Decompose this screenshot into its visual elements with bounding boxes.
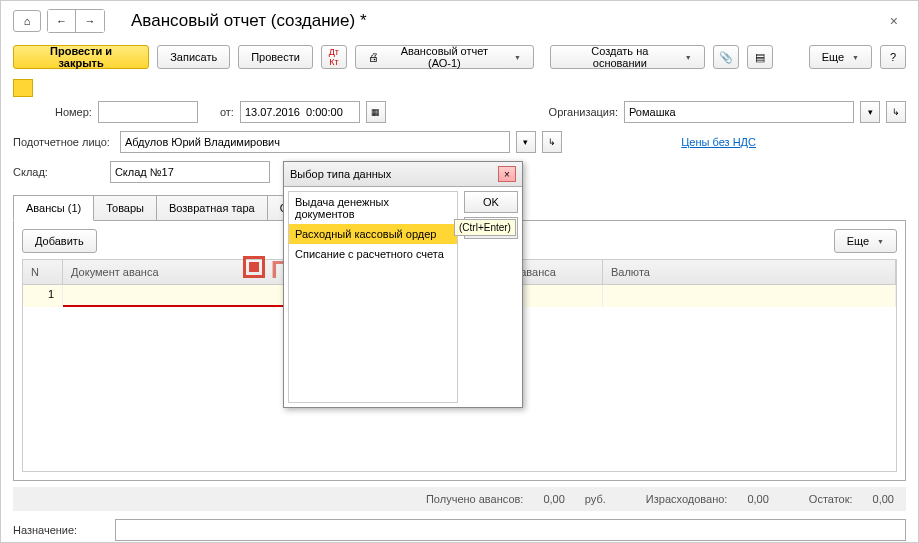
dialog-close-button[interactable]: ×: [498, 166, 516, 182]
person-input[interactable]: [120, 131, 510, 153]
add-row-button[interactable]: Добавить: [22, 229, 97, 253]
tab-advances[interactable]: Авансы (1): [13, 195, 94, 221]
purpose-label: Назначение:: [13, 524, 77, 536]
home-button[interactable]: ⌂: [13, 10, 41, 32]
purpose-input[interactable]: [115, 519, 906, 541]
date-label: от:: [220, 106, 234, 118]
page-title: Авансовый отчет (создание) *: [131, 11, 367, 31]
number-label: Номер:: [55, 106, 92, 118]
col-currency[interactable]: Валюта: [603, 260, 896, 284]
tab-goods[interactable]: Товары: [93, 195, 157, 220]
dk-icon: ДтКт: [329, 47, 339, 67]
create-based-button[interactable]: Создать на основании: [550, 45, 705, 69]
save-button[interactable]: Записать: [157, 45, 230, 69]
debit-credit-button[interactable]: ДтКт: [321, 45, 347, 69]
org-input[interactable]: [624, 101, 854, 123]
arrow-right-icon: →: [85, 15, 96, 27]
post-and-close-button[interactable]: Провести и закрыть: [13, 45, 149, 69]
post-button[interactable]: Провести: [238, 45, 313, 69]
org-label: Организация:: [549, 106, 618, 118]
arrow-left-icon: ←: [56, 15, 67, 27]
summary-bar: Получено авансов: 0,00 руб. Израсходован…: [13, 487, 906, 511]
cell-n: 1: [23, 285, 63, 307]
col-n[interactable]: N: [23, 260, 63, 284]
tab-more-button[interactable]: Еще: [834, 229, 897, 253]
org-select-button[interactable]: ▾: [860, 101, 880, 123]
list-item[interactable]: Выдача денежных документов: [289, 192, 457, 224]
doc-icon: ▤: [755, 51, 765, 64]
home-icon: ⌂: [24, 15, 31, 27]
number-input[interactable]: [98, 101, 198, 123]
list-item[interactable]: Списание с расчетного счета: [289, 244, 457, 264]
cell-currency: [603, 285, 896, 307]
status-strip: [13, 79, 33, 97]
forward-button[interactable]: →: [76, 10, 104, 32]
back-button[interactable]: ←: [48, 10, 76, 32]
shortcut-tooltip: (Ctrl+Enter): [454, 219, 516, 236]
close-button[interactable]: ×: [882, 9, 906, 33]
person-select-button[interactable]: ▾: [516, 131, 536, 153]
prices-link[interactable]: Цены без НДС: [681, 136, 756, 148]
report-button[interactable]: ▤: [747, 45, 773, 69]
warehouse-input[interactable]: [110, 161, 270, 183]
date-picker-button[interactable]: ▦: [366, 101, 386, 123]
printer-icon: 🖨: [368, 51, 379, 63]
type-list[interactable]: Выдача денежных документов Расходный кас…: [288, 191, 458, 403]
print-button[interactable]: 🖨 Авансовый отчет (АО-1): [355, 45, 534, 69]
warehouse-label: Склад:: [13, 166, 48, 178]
date-input[interactable]: [240, 101, 360, 123]
dialog-ok-button[interactable]: OK: [464, 191, 518, 213]
type-selection-dialog: Выбор типа данных × Выдача денежных доку…: [283, 161, 523, 408]
person-open-button[interactable]: ↳: [542, 131, 562, 153]
dialog-title: Выбор типа данных: [290, 168, 391, 180]
more-button[interactable]: Еще: [809, 45, 872, 69]
org-open-button[interactable]: ↳: [886, 101, 906, 123]
list-item[interactable]: Расходный кассовый ордер: [289, 224, 457, 244]
help-button[interactable]: ?: [880, 45, 906, 69]
tab-returnable[interactable]: Возвратная тара: [156, 195, 268, 220]
person-label: Подотчетное лицо:: [13, 136, 110, 148]
attachments-button[interactable]: 📎: [713, 45, 739, 69]
clip-icon: 📎: [719, 51, 733, 64]
